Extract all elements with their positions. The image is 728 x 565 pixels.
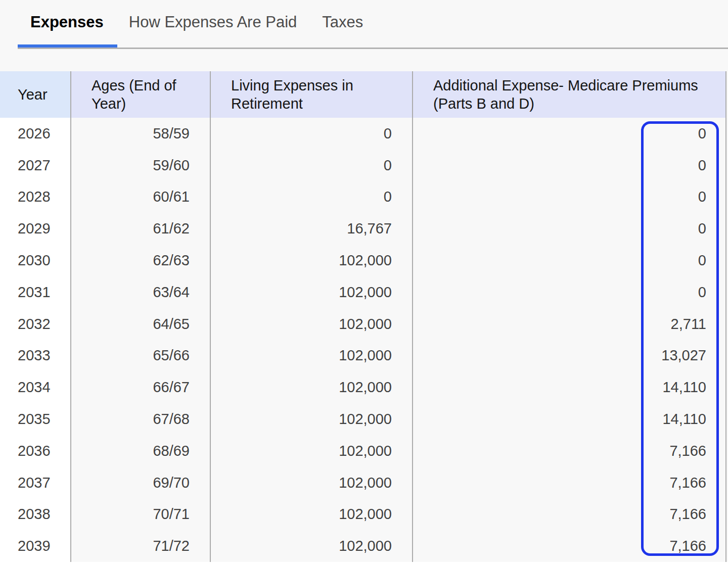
- header-year: Year: [0, 71, 70, 118]
- cell-living-expenses: 102,000: [210, 276, 412, 308]
- cell-medicare-premiums: 13,027: [412, 340, 726, 372]
- cell-medicare-premiums: 7,166: [412, 435, 726, 467]
- cell-ages: 65/66: [70, 340, 210, 372]
- table-row: 2032 64/65 102,000 2,711: [0, 308, 728, 340]
- cell-year: 2033: [0, 340, 70, 372]
- cell-ages: 60/61: [70, 181, 210, 213]
- header-medicare-premiums: Additional Expense- Medicare Premiums (P…: [412, 71, 726, 118]
- cell-year: 2034: [0, 371, 70, 403]
- tab-bar: Expenses How Expenses Are Paid Taxes: [0, 0, 728, 49]
- table-header-row: Year Ages (End of Year) Living Expenses …: [0, 71, 728, 118]
- cell-ages: 61/62: [70, 213, 210, 245]
- cell-medicare-premiums: 0: [412, 276, 726, 308]
- cell-medicare-premiums: 0: [412, 181, 726, 213]
- cell-medicare-premiums: 7,166: [412, 499, 726, 531]
- tab-how-expenses-are-paid[interactable]: How Expenses Are Paid: [116, 13, 310, 31]
- cell-living-expenses: 0: [210, 150, 412, 181]
- cell-ages: 63/64: [70, 276, 210, 308]
- cell-living-expenses: 102,000: [210, 403, 412, 435]
- expenses-table: Year Ages (End of Year) Living Expenses …: [0, 71, 728, 562]
- cell-living-expenses: 102,000: [210, 340, 412, 372]
- cell-living-expenses: 102,000: [210, 530, 412, 562]
- table-row: 2036 68/69 102,000 7,166: [0, 435, 728, 467]
- cell-year: 2029: [0, 213, 70, 245]
- cell-year: 2036: [0, 435, 70, 467]
- cell-year: 2031: [0, 276, 70, 308]
- cell-ages: 68/69: [70, 435, 210, 467]
- cell-living-expenses: 102,000: [210, 371, 412, 403]
- header-living-expenses: Living Expenses in Retirement: [210, 71, 412, 118]
- cell-year: 2037: [0, 467, 70, 499]
- cell-medicare-premiums: 7,166: [412, 530, 726, 562]
- table-row: 2039 71/72 102,000 7,166: [0, 530, 728, 562]
- cell-ages: 64/65: [70, 308, 210, 340]
- header-ages: Ages (End of Year): [70, 71, 210, 118]
- cell-living-expenses: 102,000: [210, 308, 412, 340]
- expenses-page: Expenses How Expenses Are Paid Taxes Yea…: [0, 0, 728, 565]
- cell-living-expenses: 0: [210, 181, 412, 213]
- table-row: 2030 62/63 102,000 0: [0, 245, 728, 276]
- cell-year: 2028: [0, 181, 70, 213]
- table-row: 2029 61/62 16,767 0: [0, 213, 728, 245]
- cell-year: 2030: [0, 245, 70, 276]
- cell-ages: 66/67: [70, 371, 210, 403]
- table-row: 2034 66/67 102,000 14,110: [0, 371, 728, 403]
- cell-medicare-premiums: 14,110: [412, 371, 726, 403]
- cell-ages: 71/72: [70, 530, 210, 562]
- table-row: 2028 60/61 0 0: [0, 181, 728, 213]
- cell-ages: 69/70: [70, 467, 210, 499]
- cell-medicare-premiums: 0: [412, 150, 726, 181]
- tab-expenses[interactable]: Expenses: [18, 13, 116, 31]
- cell-living-expenses: 16,767: [210, 213, 412, 245]
- active-tab-indicator: [18, 44, 117, 48]
- tab-underline-track: [18, 48, 728, 49]
- cell-year: 2039: [0, 530, 70, 562]
- cell-living-expenses: 0: [210, 118, 412, 150]
- table-row: 2035 67/68 102,000 14,110: [0, 403, 728, 435]
- table-row: 2033 65/66 102,000 13,027: [0, 340, 728, 372]
- cell-year: 2035: [0, 403, 70, 435]
- cell-living-expenses: 102,000: [210, 245, 412, 276]
- table-row: 2038 70/71 102,000 7,166: [0, 499, 728, 531]
- table-row: 2031 63/64 102,000 0: [0, 276, 728, 308]
- cell-medicare-premiums: 0: [412, 245, 726, 276]
- cell-living-expenses: 102,000: [210, 499, 412, 531]
- page-content: Expenses How Expenses Are Paid Taxes Yea…: [0, 0, 728, 562]
- cell-year: 2026: [0, 118, 70, 150]
- cell-ages: 58/59: [70, 118, 210, 150]
- cell-year: 2027: [0, 150, 70, 181]
- cell-living-expenses: 102,000: [210, 467, 412, 499]
- cell-medicare-premiums: 14,110: [412, 403, 726, 435]
- table-row: 2037 69/70 102,000 7,166: [0, 467, 728, 499]
- cell-year: 2038: [0, 499, 70, 531]
- cell-medicare-premiums: 0: [412, 213, 726, 245]
- tab-taxes[interactable]: Taxes: [309, 13, 376, 31]
- cell-medicare-premiums: 7,166: [412, 467, 726, 499]
- tab-list: Expenses How Expenses Are Paid Taxes: [18, 0, 376, 44]
- table-row: 2026 58/59 0 0: [0, 118, 728, 150]
- cell-year: 2032: [0, 308, 70, 340]
- table-body: 2026 58/59 0 0 2027 59/60 0 0 2028 60/61…: [0, 118, 728, 562]
- cell-medicare-premiums: 0: [412, 118, 726, 150]
- cell-living-expenses: 102,000: [210, 435, 412, 467]
- cell-ages: 67/68: [70, 403, 210, 435]
- cell-ages: 59/60: [70, 150, 210, 181]
- cell-ages: 62/63: [70, 245, 210, 276]
- table-row: 2027 59/60 0 0: [0, 150, 728, 181]
- cell-ages: 70/71: [70, 499, 210, 531]
- cell-medicare-premiums: 2,711: [412, 308, 726, 340]
